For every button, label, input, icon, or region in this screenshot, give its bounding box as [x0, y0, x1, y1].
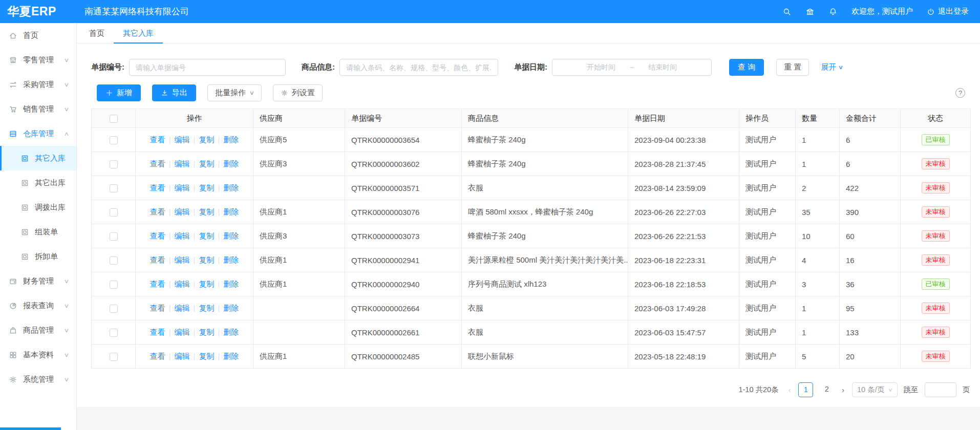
- row-op-delete[interactable]: 删除: [223, 183, 239, 192]
- sidebar-item-products[interactable]: 商品管理 ∨: [0, 318, 76, 342]
- bell-icon[interactable]: [828, 7, 838, 16]
- sidebar-item-disassembly[interactable]: 拆卸单: [0, 244, 76, 269]
- chevron-down-icon: ∨: [249, 90, 254, 96]
- export-button[interactable]: 导出: [152, 84, 196, 101]
- prev-page-icon[interactable]: ‹: [787, 386, 793, 394]
- sidebar-item-finance[interactable]: 财务管理 ∨: [0, 269, 76, 293]
- row-op-copy[interactable]: 复制: [199, 231, 214, 240]
- sidebar-item-system[interactable]: 系统管理 ∨: [0, 367, 76, 392]
- row-checkbox[interactable]: [110, 256, 118, 265]
- search-button[interactable]: 查 询: [729, 59, 764, 76]
- sidebar-item-reports[interactable]: 报表查询 ∨: [0, 293, 76, 318]
- row-op-view[interactable]: 查看: [150, 183, 165, 192]
- row-op-view[interactable]: 查看: [150, 352, 165, 360]
- row-op-copy[interactable]: 复制: [199, 183, 214, 192]
- row-op-delete[interactable]: 删除: [223, 280, 239, 288]
- status-badge: 未审核: [922, 182, 950, 193]
- sidebar-item-assembly[interactable]: 组装单: [0, 220, 76, 244]
- date-range-input[interactable]: 开始时间 ~ 结束时间: [552, 59, 712, 76]
- sidebar-item-warehouse[interactable]: 仓库管理 ∧: [0, 121, 76, 146]
- page-number-1[interactable]: 1: [798, 382, 813, 397]
- row-op-view[interactable]: 查看: [150, 231, 165, 240]
- cell-qty: 1: [796, 152, 840, 176]
- page-size-select[interactable]: 10 条/页 ∨: [852, 382, 898, 397]
- row-checkbox[interactable]: [110, 160, 118, 168]
- help-icon[interactable]: ?: [955, 88, 965, 98]
- row-checkbox[interactable]: [110, 208, 118, 217]
- cell-product: 联想小新鼠标: [462, 345, 628, 369]
- sidebar-item-retail[interactable]: 零售管理 ∨: [0, 48, 76, 72]
- row-op-edit[interactable]: 编辑: [175, 135, 190, 144]
- row-op-delete[interactable]: 删除: [223, 135, 239, 144]
- row-checkbox[interactable]: [110, 281, 118, 289]
- row-op-view[interactable]: 查看: [150, 207, 165, 216]
- page-number-2[interactable]: 2: [819, 382, 834, 397]
- row-op-delete[interactable]: 删除: [223, 207, 239, 216]
- row-op-edit[interactable]: 编辑: [175, 159, 190, 168]
- row-op-view[interactable]: 查看: [150, 328, 165, 336]
- logout-button[interactable]: 退出登录: [927, 7, 969, 16]
- row-checkbox[interactable]: [110, 136, 118, 144]
- sidebar-item-basic-data[interactable]: 基本资料 ∨: [0, 342, 76, 367]
- expand-link[interactable]: 展开 ∨: [821, 62, 843, 72]
- row-op-edit[interactable]: 编辑: [175, 352, 190, 360]
- add-button[interactable]: 新增: [97, 84, 141, 101]
- column-settings-button[interactable]: 列设置: [273, 84, 323, 101]
- product-info-input[interactable]: [339, 59, 498, 76]
- row-op-delete[interactable]: 删除: [223, 231, 239, 240]
- row-op-delete[interactable]: 删除: [223, 159, 239, 168]
- row-op-edit[interactable]: 编辑: [175, 183, 190, 192]
- row-op-copy[interactable]: 复制: [199, 255, 214, 264]
- row-op-delete[interactable]: 删除: [223, 352, 239, 360]
- row-op-copy[interactable]: 复制: [199, 159, 214, 168]
- row-op-view[interactable]: 查看: [150, 255, 165, 264]
- row-op-copy[interactable]: 复制: [199, 207, 214, 216]
- row-op-edit[interactable]: 编辑: [175, 328, 190, 336]
- row-op-delete[interactable]: 删除: [223, 304, 239, 312]
- row-op-copy[interactable]: 复制: [199, 328, 214, 336]
- row-op-copy[interactable]: 复制: [199, 280, 214, 288]
- row-op-view[interactable]: 查看: [150, 135, 165, 144]
- tab-other-inbound[interactable]: 其它入库: [114, 23, 163, 43]
- row-checkbox[interactable]: [110, 232, 118, 241]
- sidebar-item-purchase[interactable]: 采购管理 ∨: [0, 72, 76, 97]
- row-op-view[interactable]: 查看: [150, 159, 165, 168]
- row-op-view[interactable]: 查看: [150, 304, 165, 312]
- plus-icon: [105, 89, 113, 97]
- search-icon[interactable]: [782, 7, 792, 16]
- select-all-checkbox[interactable]: [110, 115, 118, 123]
- next-page-icon[interactable]: ›: [840, 386, 846, 394]
- row-op-edit[interactable]: 编辑: [175, 255, 190, 264]
- column-header-bill-no: 单据编号: [345, 109, 462, 128]
- sidebar-item-other-outbound[interactable]: 其它出库: [0, 170, 76, 195]
- tab-home[interactable]: 首页: [80, 23, 114, 43]
- row-op-delete[interactable]: 删除: [223, 255, 239, 264]
- row-op-delete[interactable]: 删除: [223, 328, 239, 336]
- bank-icon[interactable]: [805, 7, 815, 16]
- row-checkbox[interactable]: [110, 305, 118, 313]
- reset-button[interactable]: 重 置: [776, 59, 809, 76]
- sidebar-item-sales[interactable]: 销售管理 ∨: [0, 97, 76, 121]
- sidebar-item-other-inbound[interactable]: 其它入库: [0, 146, 76, 170]
- row-op-copy[interactable]: 复制: [199, 304, 214, 312]
- row-op-edit[interactable]: 编辑: [175, 280, 190, 288]
- row-checkbox[interactable]: [110, 329, 118, 337]
- row-checkbox[interactable]: [110, 184, 118, 192]
- jump-to-input[interactable]: [925, 382, 956, 397]
- row-op-edit[interactable]: 编辑: [175, 304, 190, 312]
- horizontal-scrollbar-thumb[interactable]: [0, 427, 61, 430]
- row-op-view[interactable]: 查看: [150, 280, 165, 288]
- row-op-copy[interactable]: 复制: [199, 135, 214, 144]
- sidebar-item-home[interactable]: 首页: [0, 23, 76, 48]
- row-op-copy[interactable]: 复制: [199, 352, 214, 360]
- cell-product: 美汁源果粒橙 500ml 美汁美汁美汁美汁美汁美...: [462, 248, 628, 272]
- chevron-down-icon: ∨: [64, 278, 69, 285]
- row-checkbox[interactable]: [110, 353, 118, 361]
- sidebar-item-transfer-outbound[interactable]: 调拨出库: [0, 195, 76, 220]
- sidebar-item-label: 财务管理: [23, 276, 54, 286]
- batch-actions-button[interactable]: 批量操作 ∨: [207, 84, 262, 101]
- op-separator: |: [194, 328, 196, 336]
- row-op-edit[interactable]: 编辑: [175, 231, 190, 240]
- row-op-edit[interactable]: 编辑: [175, 207, 190, 216]
- bill-no-input[interactable]: [129, 59, 286, 76]
